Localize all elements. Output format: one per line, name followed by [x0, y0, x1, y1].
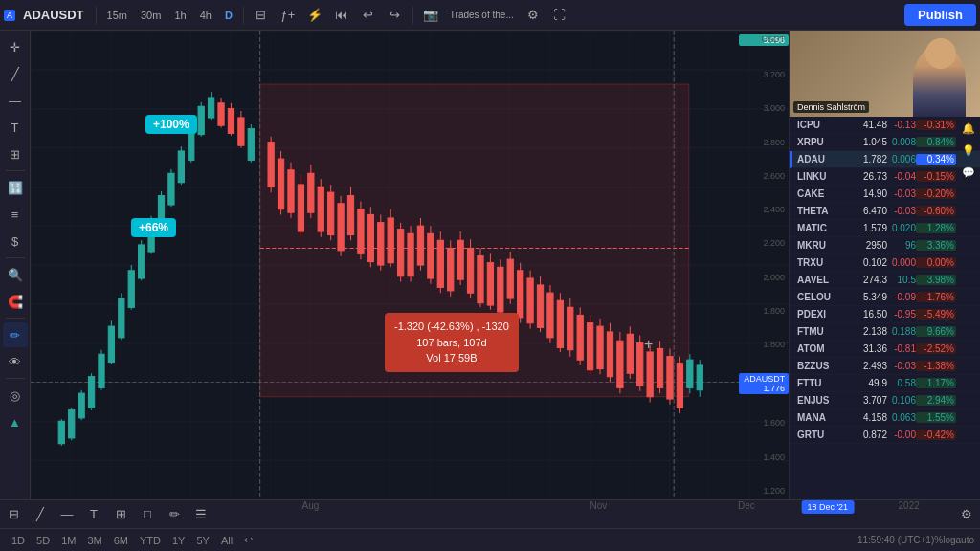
bottom-section: ⊟ ╱ — T ⊞ □ ✏ ☰ Aug Nov Dec 18 Dec '21 2… [0, 499, 980, 551]
watchlist-row[interactable]: AAVEL274.310.53.98% [790, 272, 980, 289]
wl-price: 6.470 [847, 206, 887, 216]
eye-tool[interactable]: 👁 [3, 349, 28, 374]
hline-draw-btn[interactable]: — [54, 504, 80, 525]
publish-button[interactable]: Publish [904, 4, 976, 26]
settings-btn[interactable]: ⚙ [522, 4, 545, 27]
price-tool[interactable]: $ [3, 229, 28, 253]
period-6m[interactable]: 6M [108, 533, 134, 548]
watchlist-row[interactable]: FTTU49.90.581.17% [790, 375, 980, 392]
watchlist-row[interactable]: LINKU26.73-0.04-0.15% [790, 168, 980, 186]
exchange-badge: A [4, 10, 15, 21]
wl-pct: -2.52% [916, 343, 956, 354]
channel-btn[interactable]: ⊞ [107, 504, 134, 525]
period-ytd[interactable]: YTD [134, 533, 167, 548]
period-1d[interactable]: 1D [6, 533, 31, 548]
replay-btn[interactable]: ⏮ [330, 4, 353, 27]
cursor-tool[interactable]: ✛ [3, 34, 28, 59]
chart-svg [31, 31, 789, 499]
wl-pct: -0.15% [916, 171, 956, 182]
indicator-btn[interactable]: ƒ+ [277, 4, 300, 27]
sep3 [412, 7, 413, 24]
svg-rect-13 [260, 84, 689, 397]
period-1m[interactable]: 1M [56, 533, 81, 548]
select-btn[interactable]: ⊟ [0, 504, 27, 525]
top-toolbar: A ADAUSDT 15m 30m 1h 4h D ⊟ ƒ+ ⚡ ⏮ ↩ ↪ 📷… [0, 0, 980, 31]
pencil-btn[interactable]: ✏ [161, 504, 188, 525]
wl-price: 49.9 [847, 378, 887, 388]
redo-btn[interactable]: ↪ [384, 4, 407, 27]
tf-D[interactable]: D [220, 8, 237, 23]
wl-price: 5.349 [847, 292, 887, 302]
magnet-tool[interactable]: 🧲 [3, 289, 28, 314]
fib-tool[interactable]: 🔢 [3, 175, 28, 200]
watchlist-row[interactable]: ICPU41.48-0.13-0.31% [790, 117, 980, 134]
wl-symbol: TRXU [797, 257, 847, 268]
alert-btn[interactable]: ⚡ [303, 4, 326, 27]
gann-tool[interactable]: ≡ [3, 202, 28, 227]
period-5d[interactable]: 5D [31, 533, 56, 548]
zoom-tool[interactable]: 🔍 [3, 262, 28, 287]
pattern-tool[interactable]: ◎ [3, 383, 28, 408]
tf-15m[interactable]: 15m [102, 8, 132, 23]
tf-1h[interactable]: 1h [169, 8, 190, 23]
wl-pct: -5.49% [916, 309, 956, 320]
candle-tool[interactable]: ▲ [3, 409, 28, 434]
draw-tool[interactable]: ✏ [3, 322, 28, 347]
wl-change: 0.020 [887, 223, 916, 233]
watchlist-row[interactable]: PDEXI16.50-0.95-5.49% [790, 306, 980, 323]
wl-change: -0.04 [887, 171, 916, 182]
watchlist-row[interactable]: MATIC1.5790.0201.28% [790, 220, 980, 237]
hline-tool[interactable]: — [3, 88, 28, 113]
wl-pct: 1.17% [916, 378, 956, 388]
watchlist-row[interactable]: ATOM31.36-0.81-2.52% [790, 341, 980, 358]
bell-icon-btn[interactable]: 🔔 [959, 119, 978, 138]
watchlist-row[interactable]: BZZUS2.493-0.03-1.38% [790, 358, 980, 375]
text-tool[interactable]: T [3, 115, 28, 140]
fullscreen-btn[interactable]: ⛶ [548, 4, 571, 27]
undo-btn[interactable]: ↩ [357, 4, 380, 27]
rect-btn[interactable]: □ [134, 504, 161, 525]
measure-tool[interactable]: ⊞ [3, 142, 28, 166]
time-settings-btn[interactable]: ⚙ [953, 504, 980, 525]
line-draw-btn[interactable]: ╱ [27, 504, 54, 525]
watchlist-row[interactable]: FTMU2.1380.1889.66% [790, 323, 980, 341]
text-draw-btn[interactable]: T [80, 504, 107, 525]
watchlist-row[interactable]: MKRU2950963.36% [790, 237, 980, 254]
period-all[interactable]: All [215, 533, 238, 548]
watchlist-row[interactable]: TRXU0.1020.0000.00% [790, 254, 980, 272]
period-1y[interactable]: 1Y [167, 533, 190, 548]
annotation-100: +100% [145, 115, 197, 134]
time-axis: Aug Nov Dec 18 Dec '21 2022 [214, 500, 953, 528]
auto-status: auto [956, 535, 974, 545]
wl-symbol: CELOU [797, 292, 847, 302]
symbol-badge: A ADAUSDT [4, 8, 90, 22]
wl-symbol: FTTU [797, 378, 847, 388]
chat-icon-btn[interactable]: 💬 [959, 163, 978, 182]
bar-style-btn[interactable]: ⊟ [250, 4, 273, 27]
wl-symbol: GRTU [797, 430, 847, 440]
watchlist-row[interactable]: CELOU5.349-0.09-1.76% [790, 289, 980, 306]
tf-4h[interactable]: 4h [195, 8, 216, 23]
watchlist-row[interactable]: ADAU1.7820.0060.34% [790, 151, 980, 168]
watchlist-row[interactable]: MANA4.1580.0631.55% [790, 409, 980, 427]
watchlist: ICPU41.48-0.13-0.31%XRPU1.0450.0080.84%A… [790, 117, 980, 499]
tf-30m[interactable]: 30m [136, 8, 166, 23]
wl-change: -0.13 [887, 120, 916, 130]
trades-btn[interactable]: Trades of the... [446, 4, 518, 27]
wl-change: 96 [887, 240, 916, 251]
wl-change: 10.5 [887, 275, 916, 285]
watchlist-row[interactable]: THETA6.470-0.03-0.60% [790, 203, 980, 220]
bulb-icon-btn[interactable]: 💡 [959, 141, 978, 160]
more-btn[interactable]: ☰ [188, 504, 214, 525]
chart-area[interactable]: +100% +66% + -1.320 (-42.63%) , -1320 10… [31, 31, 789, 499]
period-5y[interactable]: 5Y [190, 533, 214, 548]
watchlist-row[interactable]: XRPU1.0450.0080.84% [790, 134, 980, 151]
line-tool[interactable]: ╱ [3, 61, 28, 86]
period-3m[interactable]: 3M [81, 533, 107, 548]
replay-period-btn[interactable]: ↩ [238, 532, 258, 548]
watchlist-row[interactable]: ENJUS3.7070.1062.94% [790, 392, 980, 409]
wl-price: 1.045 [847, 137, 887, 147]
screenshot-btn[interactable]: 📷 [419, 4, 442, 27]
watchlist-row[interactable]: GRTU0.872-0.00-0.42% [790, 427, 980, 444]
watchlist-row[interactable]: CAKE14.90-0.03-0.20% [790, 186, 980, 203]
